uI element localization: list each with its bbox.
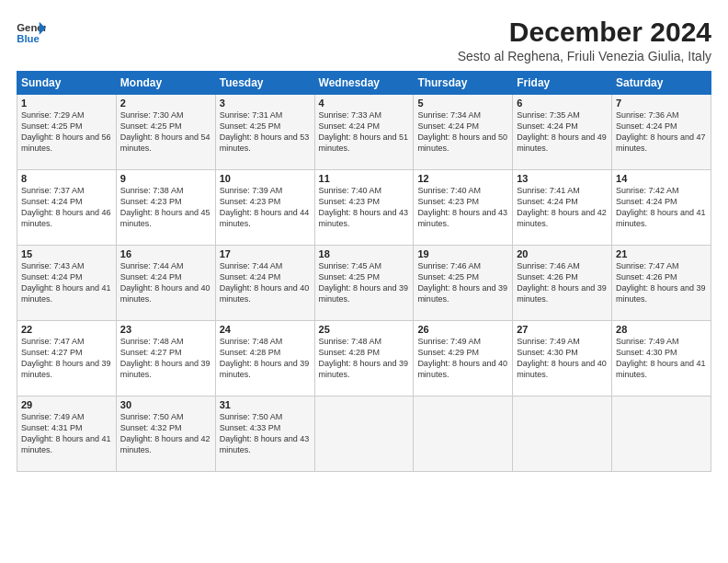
table-row: 18 Sunrise: 7:45 AM Sunset: 4:25 PM Dayl… <box>314 246 414 321</box>
table-row: 10 Sunrise: 7:39 AM Sunset: 4:23 PM Dayl… <box>215 170 314 246</box>
day-info: Sunrise: 7:44 AM Sunset: 4:24 PM Dayligh… <box>220 260 311 305</box>
day-info: Sunrise: 7:36 AM Sunset: 4:24 PM Dayligh… <box>616 109 707 155</box>
day-number: 24 <box>220 324 311 335</box>
col-saturday: Saturday <box>612 72 711 95</box>
table-row: 24 Sunrise: 7:48 AM Sunset: 4:28 PM Dayl… <box>215 321 314 396</box>
table-row: 21 Sunrise: 7:47 AM Sunset: 4:26 PM Dayl… <box>612 246 711 321</box>
table-row: 20 Sunrise: 7:46 AM Sunset: 4:26 PM Dayl… <box>513 246 612 321</box>
day-info: Sunrise: 7:40 AM Sunset: 4:23 PM Dayligh… <box>417 185 508 230</box>
table-row: 19 Sunrise: 7:46 AM Sunset: 4:25 PM Dayl… <box>414 246 513 321</box>
day-info: Sunrise: 7:49 AM Sunset: 4:31 PM Dayligh… <box>21 411 112 456</box>
day-info: Sunrise: 7:48 AM Sunset: 4:28 PM Dayligh… <box>220 336 311 381</box>
table-row: 22 Sunrise: 7:47 AM Sunset: 4:27 PM Dayl… <box>17 321 117 396</box>
day-number: 26 <box>417 324 508 335</box>
day-info: Sunrise: 7:38 AM Sunset: 4:23 PM Dayligh… <box>120 185 211 230</box>
day-number: 11 <box>319 173 410 184</box>
day-number: 31 <box>220 399 311 410</box>
day-number: 27 <box>517 324 608 335</box>
day-info: Sunrise: 7:39 AM Sunset: 4:23 PM Dayligh… <box>220 185 311 230</box>
day-number: 2 <box>120 98 211 109</box>
day-info: Sunrise: 7:49 AM Sunset: 4:30 PM Dayligh… <box>517 336 608 381</box>
table-row: 8 Sunrise: 7:37 AM Sunset: 4:24 PM Dayli… <box>17 170 117 246</box>
day-info: Sunrise: 7:41 AM Sunset: 4:24 PM Dayligh… <box>517 185 608 230</box>
day-number: 22 <box>21 324 112 335</box>
table-row: 31 Sunrise: 7:50 AM Sunset: 4:33 PM Dayl… <box>215 396 314 472</box>
table-row <box>414 396 513 472</box>
day-number: 28 <box>616 324 707 335</box>
day-info: Sunrise: 7:37 AM Sunset: 4:24 PM Dayligh… <box>21 185 112 230</box>
calendar-row: 22 Sunrise: 7:47 AM Sunset: 4:27 PM Dayl… <box>17 321 711 396</box>
table-row <box>513 396 612 472</box>
table-row: 9 Sunrise: 7:38 AM Sunset: 4:23 PM Dayli… <box>116 170 215 246</box>
table-row: 14 Sunrise: 7:42 AM Sunset: 4:24 PM Dayl… <box>612 170 711 246</box>
day-info: Sunrise: 7:49 AM Sunset: 4:30 PM Dayligh… <box>616 336 707 381</box>
day-info: Sunrise: 7:48 AM Sunset: 4:27 PM Dayligh… <box>120 336 211 381</box>
day-info: Sunrise: 7:49 AM Sunset: 4:29 PM Dayligh… <box>417 336 508 381</box>
day-info: Sunrise: 7:31 AM Sunset: 4:25 PM Dayligh… <box>220 109 311 155</box>
day-info: Sunrise: 7:46 AM Sunset: 4:25 PM Dayligh… <box>417 260 508 305</box>
page: General Blue December 2024 Sesto al Regh… <box>0 0 728 563</box>
table-row <box>314 396 414 472</box>
table-row: 1 Sunrise: 7:29 AM Sunset: 4:25 PM Dayli… <box>17 95 117 170</box>
table-row: 12 Sunrise: 7:40 AM Sunset: 4:23 PM Dayl… <box>414 170 513 246</box>
day-info: Sunrise: 7:33 AM Sunset: 4:24 PM Dayligh… <box>319 109 410 155</box>
day-number: 29 <box>21 399 112 410</box>
table-row: 11 Sunrise: 7:40 AM Sunset: 4:23 PM Dayl… <box>314 170 414 246</box>
table-row: 30 Sunrise: 7:50 AM Sunset: 4:32 PM Dayl… <box>116 396 215 472</box>
day-info: Sunrise: 7:34 AM Sunset: 4:24 PM Dayligh… <box>417 109 508 155</box>
day-number: 5 <box>417 98 508 109</box>
day-number: 9 <box>120 173 211 184</box>
day-info: Sunrise: 7:29 AM Sunset: 4:25 PM Dayligh… <box>21 109 112 155</box>
day-info: Sunrise: 7:44 AM Sunset: 4:24 PM Dayligh… <box>120 260 211 305</box>
table-row: 15 Sunrise: 7:43 AM Sunset: 4:24 PM Dayl… <box>17 246 117 321</box>
day-number: 15 <box>21 248 112 259</box>
col-wednesday: Wednesday <box>314 72 414 95</box>
table-row: 27 Sunrise: 7:49 AM Sunset: 4:30 PM Dayl… <box>513 321 612 396</box>
table-row: 3 Sunrise: 7:31 AM Sunset: 4:25 PM Dayli… <box>215 95 314 170</box>
day-info: Sunrise: 7:45 AM Sunset: 4:25 PM Dayligh… <box>319 260 410 305</box>
col-thursday: Thursday <box>414 72 513 95</box>
day-number: 23 <box>120 324 211 335</box>
subtitle: Sesto al Reghena, Friuli Venezia Giulia,… <box>458 49 711 63</box>
day-info: Sunrise: 7:30 AM Sunset: 4:25 PM Dayligh… <box>120 109 211 155</box>
day-number: 21 <box>616 248 707 259</box>
day-number: 18 <box>319 248 410 259</box>
weekday-header-row: Sunday Monday Tuesday Wednesday Thursday… <box>17 72 711 95</box>
col-monday: Monday <box>116 72 215 95</box>
col-friday: Friday <box>513 72 612 95</box>
col-tuesday: Tuesday <box>215 72 314 95</box>
table-row: 2 Sunrise: 7:30 AM Sunset: 4:25 PM Dayli… <box>116 95 215 170</box>
header: General Blue December 2024 Sesto al Regh… <box>17 17 711 63</box>
calendar-table: Sunday Monday Tuesday Wednesday Thursday… <box>17 71 711 472</box>
day-number: 16 <box>120 248 211 259</box>
day-info: Sunrise: 7:40 AM Sunset: 4:23 PM Dayligh… <box>319 185 410 230</box>
calendar-row: 29 Sunrise: 7:49 AM Sunset: 4:31 PM Dayl… <box>17 396 711 472</box>
day-number: 1 <box>21 98 112 109</box>
day-info: Sunrise: 7:50 AM Sunset: 4:32 PM Dayligh… <box>120 411 211 456</box>
day-info: Sunrise: 7:48 AM Sunset: 4:28 PM Dayligh… <box>319 336 410 381</box>
day-info: Sunrise: 7:43 AM Sunset: 4:24 PM Dayligh… <box>21 260 112 305</box>
day-number: 3 <box>220 98 311 109</box>
logo: General Blue <box>17 20 46 46</box>
table-row: 23 Sunrise: 7:48 AM Sunset: 4:27 PM Dayl… <box>116 321 215 396</box>
day-number: 10 <box>220 173 311 184</box>
table-row: 6 Sunrise: 7:35 AM Sunset: 4:24 PM Dayli… <box>513 95 612 170</box>
day-number: 8 <box>21 173 112 184</box>
day-number: 6 <box>517 98 608 109</box>
main-title: December 2024 <box>458 17 711 47</box>
svg-text:Blue: Blue <box>17 33 40 44</box>
table-row: 4 Sunrise: 7:33 AM Sunset: 4:24 PM Dayli… <box>314 95 414 170</box>
day-number: 30 <box>120 399 211 410</box>
table-row: 28 Sunrise: 7:49 AM Sunset: 4:30 PM Dayl… <box>612 321 711 396</box>
day-number: 7 <box>616 98 707 109</box>
table-row: 5 Sunrise: 7:34 AM Sunset: 4:24 PM Dayli… <box>414 95 513 170</box>
day-number: 4 <box>319 98 410 109</box>
day-number: 14 <box>616 173 707 184</box>
day-info: Sunrise: 7:42 AM Sunset: 4:24 PM Dayligh… <box>616 185 707 230</box>
title-block: December 2024 Sesto al Reghena, Friuli V… <box>458 17 711 63</box>
calendar-row: 1 Sunrise: 7:29 AM Sunset: 4:25 PM Dayli… <box>17 95 711 170</box>
day-info: Sunrise: 7:47 AM Sunset: 4:27 PM Dayligh… <box>21 336 112 381</box>
logo-icon: General Blue <box>17 20 46 46</box>
day-number: 12 <box>417 173 508 184</box>
day-info: Sunrise: 7:47 AM Sunset: 4:26 PM Dayligh… <box>616 260 707 305</box>
